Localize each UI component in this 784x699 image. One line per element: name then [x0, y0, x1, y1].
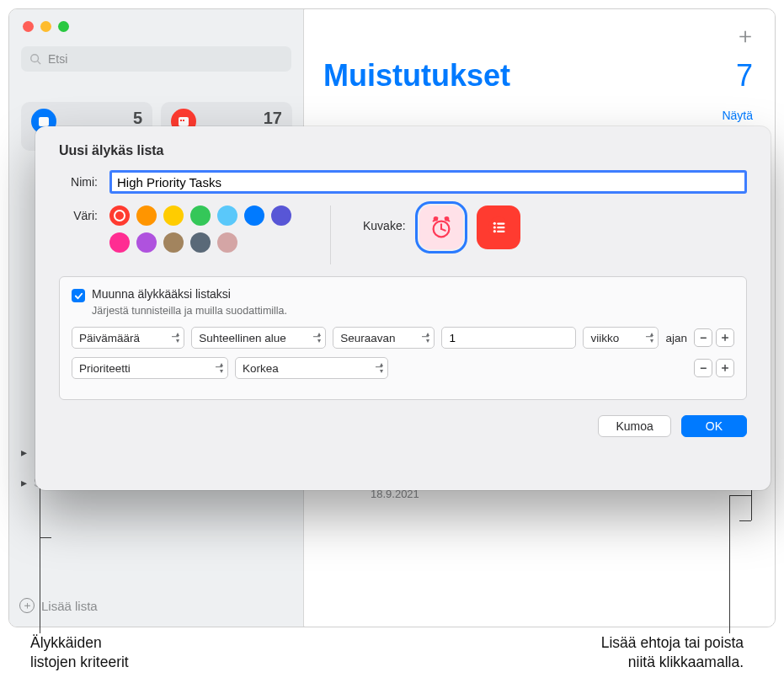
plus-icon: ＋ — [719, 360, 731, 376]
svg-point-16 — [493, 230, 495, 232]
callout-text: Lisää ehtoja tai poista — [601, 633, 744, 653]
window-controls — [23, 21, 69, 32]
svg-line-1 — [38, 61, 41, 65]
filter-row: Päivämäärä ▴▾ Suhteellinen alue ▴▾ Seura… — [72, 327, 734, 349]
color-swatch[interactable] — [109, 205, 130, 226]
new-reminder-button[interactable]: ＋ — [734, 21, 756, 51]
smart-checkbox-subtitle: Järjestä tunnisteilla ja muilla suodatti… — [92, 305, 734, 317]
color-swatch[interactable] — [190, 205, 211, 226]
ok-button[interactable]: OK — [681, 415, 747, 437]
callout-line — [729, 495, 730, 633]
color-swatch[interactable] — [271, 205, 291, 226]
checkmark-icon — [74, 291, 83, 301]
icon-label: Kuvake: — [363, 219, 406, 232]
callout-text: listojen kriteerit — [30, 653, 129, 672]
color-swatches — [109, 205, 312, 253]
ok-label: OK — [706, 419, 723, 433]
select-value: Korkea — [243, 362, 279, 375]
today-count: 5 — [133, 109, 142, 128]
color-swatch[interactable] — [136, 232, 157, 253]
select-direction[interactable]: Seuraavan ▴▾ — [333, 327, 435, 349]
color-swatch[interactable] — [244, 205, 264, 226]
search-placeholder: Etsi — [48, 52, 67, 66]
add-list-button[interactable]: ＋ Lisää lista — [19, 598, 98, 613]
add-rule-button[interactable]: ＋ — [716, 328, 734, 347]
search-input[interactable]: Etsi — [21, 46, 291, 72]
callout-line — [40, 537, 51, 538]
color-swatch[interactable] — [217, 232, 237, 253]
select-unit[interactable]: viikko ▴▾ — [583, 327, 659, 349]
icon-option-alarm[interactable] — [419, 205, 463, 249]
color-swatch[interactable] — [136, 205, 157, 226]
select-value: viikko — [590, 332, 619, 344]
separator — [330, 205, 331, 264]
svg-point-0 — [31, 55, 39, 62]
svg-point-9 — [433, 216, 438, 221]
color-label: Väri: — [59, 209, 98, 222]
minus-icon: − — [700, 361, 707, 375]
page-count: 7 — [736, 58, 753, 93]
suffix-label: ajan — [665, 332, 687, 344]
minus-icon: − — [700, 331, 707, 344]
select-range-type[interactable]: Suhteellinen alue ▴▾ — [191, 327, 326, 349]
select-value: Suhteellinen alue — [199, 332, 286, 344]
name-input[interactable] — [109, 170, 747, 194]
dialog-buttons: Kumoa OK — [59, 415, 747, 437]
callout-text: Älykkäiden — [30, 633, 129, 653]
smart-list-dialog: Uusi älykäs lista Nimi: Väri: Kuvake: — [35, 126, 771, 490]
dialog-title: Uusi älykäs lista — [59, 143, 747, 158]
svg-rect-15 — [497, 227, 504, 228]
scheduled-count: 17 — [264, 109, 282, 128]
icon-option-list[interactable] — [477, 205, 520, 249]
chevron-right-icon: ▸ — [21, 446, 27, 459]
minimize-icon[interactable] — [40, 21, 51, 32]
svg-point-14 — [493, 226, 495, 228]
filter-row: Prioriteetti ▴▾ Korkea ▴▾ − ＋ — [72, 357, 734, 379]
callout-line — [739, 520, 751, 521]
svg-rect-13 — [497, 222, 504, 224]
alarm-clock-icon — [429, 215, 454, 240]
add-list-label: Lisää lista — [41, 599, 98, 613]
cancel-button[interactable]: Kumoa — [598, 415, 670, 437]
select-value: Seuraavan — [340, 332, 395, 344]
name-label: Nimi: — [59, 175, 98, 189]
color-swatch[interactable] — [163, 205, 184, 226]
select-field-type[interactable]: Prioriteetti ▴▾ — [72, 357, 228, 379]
show-link[interactable]: Näytä — [722, 109, 753, 122]
svg-rect-4 — [180, 120, 182, 121]
callout-left: Älykkäiden listojen kriteerit — [30, 633, 129, 672]
color-swatch[interactable] — [109, 232, 130, 253]
svg-rect-2 — [39, 117, 49, 126]
color-swatch[interactable] — [163, 232, 184, 253]
search-icon — [29, 53, 41, 65]
cancel-label: Kumoa — [616, 419, 653, 433]
color-swatch[interactable] — [190, 232, 211, 253]
smart-rules-panel: Muunna älykkääksi listaksi Järjestä tunn… — [59, 276, 747, 400]
smart-list-checkbox[interactable] — [72, 289, 85, 302]
close-icon[interactable] — [23, 21, 34, 32]
callout-right: Lisää ehtoja tai poista niitä klikkaamal… — [601, 633, 744, 672]
plus-icon: ＋ — [719, 330, 731, 345]
remove-rule-button[interactable]: − — [694, 328, 712, 347]
page-title: Muistutukset — [323, 58, 510, 93]
svg-rect-17 — [497, 231, 504, 232]
color-swatch[interactable] — [217, 205, 237, 226]
remove-rule-button[interactable]: − — [694, 359, 712, 377]
number-input[interactable] — [441, 327, 576, 349]
plus-circle-icon: ＋ — [19, 598, 35, 613]
sidebar-disclosure-1[interactable]: ▸ — [21, 446, 27, 459]
svg-line-8 — [441, 229, 445, 231]
svg-point-12 — [493, 222, 495, 225]
select-value: Päivämäärä — [79, 332, 140, 344]
callout-text: niitä klikkaamalla. — [601, 653, 744, 672]
add-rule-button[interactable]: ＋ — [716, 359, 734, 377]
chevron-right-icon: ▸ — [21, 476, 27, 489]
svg-rect-5 — [183, 120, 184, 121]
zoom-icon[interactable] — [58, 21, 69, 32]
select-value: Prioriteetti — [79, 362, 131, 375]
select-priority-value[interactable]: Korkea ▴▾ — [235, 357, 388, 379]
svg-point-10 — [444, 216, 449, 221]
bullet-list-icon — [486, 215, 511, 240]
callout-line — [729, 495, 751, 496]
select-field-type[interactable]: Päivämäärä ▴▾ — [72, 327, 184, 349]
